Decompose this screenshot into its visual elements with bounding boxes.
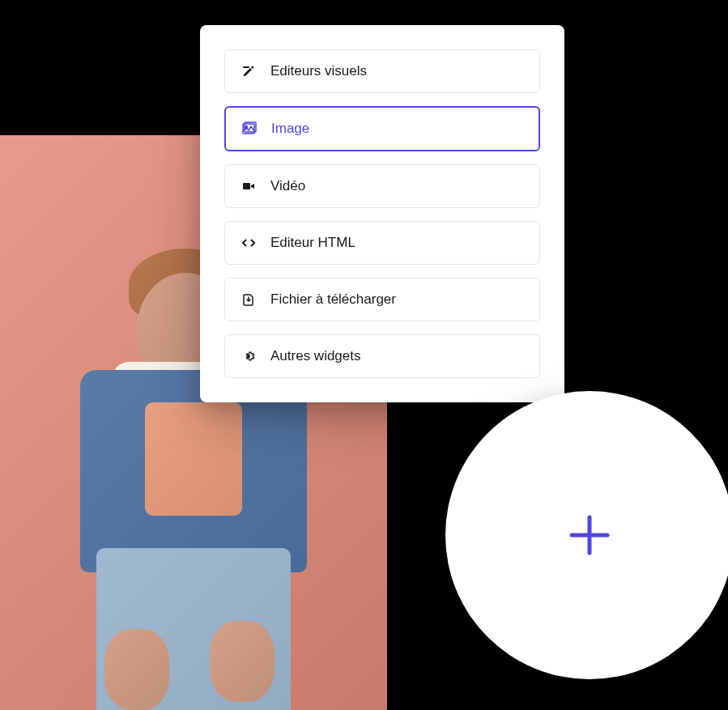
download-icon xyxy=(241,292,256,307)
plus-icon xyxy=(565,511,614,559)
video-icon xyxy=(241,179,256,193)
menu-item-html-editor[interactable]: Editeur HTML xyxy=(224,221,540,265)
widget-menu-panel: Editeurs visuels Image Vidéo Edi xyxy=(200,25,564,402)
gear-icon xyxy=(241,349,256,364)
code-icon xyxy=(241,236,256,250)
menu-item-label: Editeur HTML xyxy=(270,235,355,251)
svg-rect-0 xyxy=(243,66,249,68)
menu-item-video[interactable]: Vidéo xyxy=(224,164,540,208)
menu-item-label: Image xyxy=(271,121,309,137)
menu-item-file-download[interactable]: Fichier à télécharger xyxy=(224,278,540,321)
menu-item-label: Editeurs visuels xyxy=(270,63,367,79)
menu-item-other-widgets[interactable]: Autres widgets xyxy=(224,334,540,378)
image-icon xyxy=(242,121,257,136)
menu-item-label: Autres widgets xyxy=(270,348,361,364)
menu-item-label: Vidéo xyxy=(270,178,305,194)
menu-item-visual-editors[interactable]: Editeurs visuels xyxy=(224,49,540,93)
menu-item-image[interactable]: Image xyxy=(224,106,540,151)
edit-icon xyxy=(241,64,256,79)
menu-item-label: Fichier à télécharger xyxy=(270,291,396,308)
svg-rect-4 xyxy=(243,183,250,189)
add-button[interactable] xyxy=(445,391,728,679)
